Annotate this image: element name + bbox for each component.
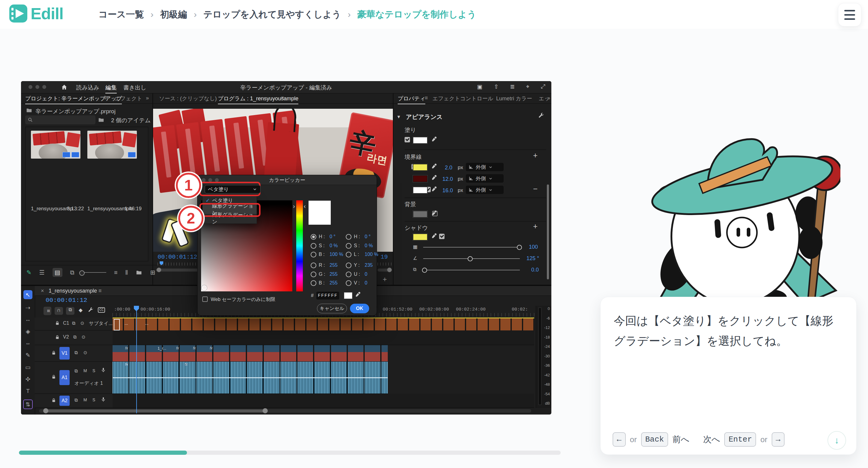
type-tool[interactable]: T (26, 388, 30, 394)
lock-icon[interactable] (51, 374, 56, 380)
playhead-line[interactable] (136, 306, 137, 413)
menu-button[interactable] (838, 3, 861, 26)
enter-key[interactable]: Enter (724, 432, 756, 447)
radio-value[interactable]: 0 (365, 280, 367, 286)
eyedropper-icon[interactable] (431, 136, 437, 143)
stroke-position-dropdown[interactable]: 外側 (466, 186, 504, 194)
marker-icon[interactable]: ◆ (79, 307, 83, 313)
radio-r[interactable] (311, 263, 316, 268)
close-tab-icon[interactable]: × (41, 288, 44, 294)
pencil-icon[interactable]: ✎ (26, 269, 32, 276)
export-share-icon[interactable]: ⇧ (494, 83, 499, 90)
mute-button[interactable]: M (84, 368, 87, 373)
radio-h[interactable] (311, 234, 316, 240)
mute-button[interactable]: M (84, 398, 87, 402)
stroke-position-dropdown[interactable]: 外側 (466, 174, 504, 183)
radio-l[interactable] (346, 252, 351, 257)
more-tabs-icon[interactable]: » (547, 95, 550, 101)
appearance-title[interactable]: アピアランス (406, 113, 443, 121)
zoom-handle-right[interactable] (262, 408, 268, 413)
radio-value[interactable]: 0 ° (365, 234, 371, 239)
timeline-timecode[interactable]: 00:00:01:12 (45, 297, 87, 304)
radio-u[interactable] (346, 271, 351, 277)
sort-icon[interactable]: ≡ (114, 269, 118, 276)
solo-button[interactable]: S (92, 398, 95, 402)
back-key[interactable]: Back (641, 432, 668, 447)
breadcrumb-courses[interactable]: コース一覧 (98, 8, 144, 21)
prev-label[interactable]: 前へ (672, 434, 689, 445)
wrench-icon[interactable] (538, 112, 545, 119)
breadcrumb-lesson[interactable]: テロップを入れて見やすくしよう (203, 8, 341, 21)
search-bin-icon[interactable] (98, 117, 104, 123)
add-shadow-icon[interactable]: + (533, 222, 537, 231)
panel-menu-icon[interactable]: ≡ (425, 95, 428, 101)
radio-g[interactable] (311, 271, 316, 277)
thumbnail-zoom-slider[interactable] (82, 272, 106, 273)
clip-thumbnail[interactable] (87, 131, 137, 158)
shadow-angle-value[interactable]: 125 ° (526, 255, 539, 262)
radio-s[interactable] (311, 243, 316, 249)
list-view-icon[interactable]: ☰ (39, 269, 45, 276)
monitor-scrollbar-knob[interactable] (387, 268, 392, 272)
v1-clips[interactable]: fx 1_r... fx fx fx (113, 345, 388, 362)
websafe-checkbox[interactable] (202, 296, 208, 302)
radio-v[interactable] (346, 280, 351, 286)
fullscreen-icon[interactable]: ⤢ (541, 83, 545, 90)
clip-thumbnail[interactable] (31, 131, 81, 158)
track-output-eye-icon[interactable]: ⊙ (82, 334, 86, 340)
shadow-angle-slider[interactable] (423, 258, 520, 259)
a1-badge[interactable]: A1 (59, 370, 70, 385)
shadow-enabled-checkbox[interactable] (439, 234, 444, 239)
ok-button[interactable]: OK (350, 304, 369, 313)
shadow-distance-slider[interactable] (423, 270, 520, 270)
radio-h2[interactable] (346, 234, 351, 240)
project-file-name[interactable]: 辛ラーメンポップアップ.prproj (35, 108, 116, 115)
shadow-distance-value[interactable]: 0.0 (531, 267, 539, 273)
sync-lock-icon[interactable]: ⧉ (72, 321, 75, 326)
a1-clips[interactable]: fx fx (113, 362, 388, 394)
button-editor-plus-icon[interactable]: + (383, 275, 387, 284)
sync-lock-icon[interactable]: ⧉ (74, 398, 78, 403)
shadow-opacity-slider[interactable] (423, 247, 520, 247)
remove-stroke-icon[interactable]: − (533, 184, 537, 194)
mic-icon[interactable] (100, 367, 106, 373)
subtitle-clips[interactable]: ... ... (113, 318, 534, 331)
selected-subtitle-clip[interactable] (114, 319, 120, 330)
monitor-scrollbar-knob[interactable] (157, 268, 161, 272)
radio-value[interactable]: 0 % (330, 243, 338, 248)
stroke-color-swatch[interactable] (413, 187, 427, 194)
next-label[interactable]: 次へ (703, 434, 720, 445)
tab-lumetri[interactable]: Lumetri カラー (496, 95, 532, 102)
freeform-view-icon[interactable]: ⧉ (70, 269, 74, 276)
right-arrow-key[interactable]: → (772, 432, 785, 447)
track-select-tool[interactable]: ⇢ (26, 304, 30, 311)
radio-value[interactable]: 0 (365, 271, 367, 277)
radio-value[interactable]: 0 ° (330, 234, 336, 239)
panel-menu-icon[interactable]: ≡ (281, 95, 284, 101)
shadow-color-swatch[interactable] (413, 234, 427, 240)
track-output-eye-icon[interactable]: ⊙ (81, 321, 84, 326)
lock-icon[interactable] (55, 321, 60, 326)
breadcrumb-level[interactable]: 初級編 (160, 8, 187, 21)
radio-value[interactable]: 100 % (330, 252, 343, 257)
hex-input[interactable]: FFFFFF (316, 292, 339, 299)
lock-icon[interactable] (51, 350, 56, 356)
sync-lock-icon[interactable]: ⧉ (73, 334, 76, 340)
background-color-swatch[interactable] (413, 211, 427, 217)
new-bin-icon[interactable] (136, 269, 142, 276)
captions-icon[interactable]: CC (98, 307, 105, 313)
stroke-width-value[interactable]: 16.0 (442, 187, 453, 194)
radio-b[interactable] (311, 252, 316, 257)
panel-menu-icon[interactable]: ≡ (104, 95, 107, 101)
sync-lock-icon[interactable]: ⧉ (74, 368, 78, 374)
timeline-zoom-scrollbar[interactable] (39, 409, 531, 413)
track-output-eye-icon[interactable]: ⊙ (84, 350, 87, 355)
hue-strip[interactable] (296, 200, 303, 291)
fill-enabled-checkbox[interactable] (405, 137, 410, 142)
eyedropper-icon[interactable] (355, 292, 361, 298)
solo-button[interactable]: S (92, 368, 95, 373)
a2-track[interactable] (113, 394, 534, 408)
eyedropper-icon[interactable] (431, 186, 437, 193)
tab-effects[interactable]: エフェクト (115, 95, 142, 102)
selection-tool[interactable]: ↖ (23, 290, 32, 299)
